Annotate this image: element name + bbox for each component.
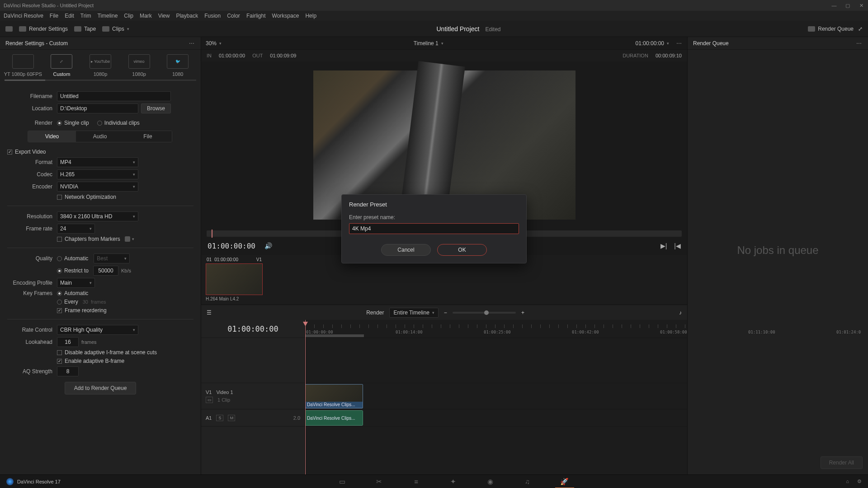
menu-item[interactable]: Help xyxy=(305,13,316,19)
video-track-lane[interactable]: DaVinci Resolve Clips... xyxy=(305,383,687,409)
zoom-in-icon[interactable]: + xyxy=(521,310,524,316)
menu-item[interactable]: Edit xyxy=(65,13,74,19)
close-icon[interactable]: ✕ xyxy=(858,2,864,9)
codec-select[interactable]: H.265▾ xyxy=(57,169,138,179)
individual-clips-radio[interactable] xyxy=(97,121,102,126)
preset-item-vimeo[interactable]: vimeo1080p xyxy=(120,54,159,77)
tab-audio[interactable]: Audio xyxy=(76,131,124,142)
restrict-radio[interactable] xyxy=(57,268,62,273)
fairlight-page-icon[interactable]: ♫ xyxy=(523,478,533,486)
deliver-page-icon[interactable] xyxy=(5,26,13,32)
menu-item[interactable]: Workspace xyxy=(272,13,299,19)
preset-carousel[interactable]: YT 1080p 60FPS ⤢Custom ▸ YouTube1080p vi… xyxy=(0,50,201,77)
color-page-icon[interactable]: ◉ xyxy=(486,478,495,486)
menu-item[interactable]: Fusion xyxy=(204,13,221,19)
frame-reorder-checkbox[interactable] xyxy=(57,308,62,313)
panel-menu-icon[interactable]: ⋯ xyxy=(189,40,195,47)
clips-toggle[interactable]: Clips▾ xyxy=(102,26,129,32)
export-video-checkbox[interactable] xyxy=(7,150,12,155)
zoom-slider[interactable] xyxy=(453,312,516,314)
mute-button[interactable]: M xyxy=(228,415,235,421)
quality-auto-radio[interactable] xyxy=(57,256,62,261)
tape-toggle[interactable]: Tape xyxy=(74,26,96,32)
track-header-v1[interactable]: V1Video 1 ▭1 Clip xyxy=(201,383,305,409)
menu-item[interactable]: Playback xyxy=(176,13,198,19)
maximize-icon[interactable]: ▢ xyxy=(844,2,851,9)
render-range-select[interactable]: Entire Timeline▾ xyxy=(389,308,438,318)
cancel-button[interactable]: Cancel xyxy=(381,244,431,256)
render-all-button[interactable]: Render All xyxy=(821,456,863,469)
menu-item[interactable]: Color xyxy=(227,13,240,19)
audio-clip[interactable]: DaVinci Resolve Clips... xyxy=(305,410,363,426)
zoom-out-icon[interactable]: − xyxy=(444,310,447,316)
timeline-ruler[interactable]: 01:00:00:00 01:00:14:00 01:00:25:00 01:0… xyxy=(305,320,687,338)
ok-button[interactable]: OK xyxy=(437,244,487,256)
audio-track-lane[interactable]: DaVinci Resolve Clips... xyxy=(305,409,687,427)
track-header-a1[interactable]: A1 S M 2.0 xyxy=(201,409,305,427)
preset-item-twitter[interactable]: 🐦1080 xyxy=(158,54,197,77)
volume-icon[interactable]: 🔊 xyxy=(264,242,272,249)
render-settings-toggle[interactable]: Render Settings xyxy=(19,26,68,32)
expand-icon[interactable]: ⤢ xyxy=(858,26,863,32)
cut-page-icon[interactable]: ✂ xyxy=(374,478,384,486)
tab-file[interactable]: File xyxy=(124,131,172,142)
video-clip[interactable]: DaVinci Resolve Clips... xyxy=(305,384,363,408)
render-range-bar[interactable] xyxy=(305,334,364,337)
aq-input[interactable] xyxy=(57,366,79,376)
marker-color-icon[interactable] xyxy=(125,236,130,242)
kf-every-radio[interactable] xyxy=(57,300,62,305)
menu-item[interactable]: View xyxy=(158,13,170,19)
panel-menu-icon[interactable]: ⋯ xyxy=(856,40,863,47)
add-to-queue-button[interactable]: Add to Render Queue xyxy=(65,382,137,394)
last-icon[interactable]: |◀ xyxy=(674,242,681,249)
kf-auto-radio[interactable] xyxy=(57,291,62,296)
preset-scrollbar[interactable] xyxy=(5,80,196,81)
format-select[interactable]: MP4▾ xyxy=(57,157,138,167)
menu-item[interactable]: Timeline xyxy=(97,13,118,19)
timeline-name[interactable]: Timeline 1 xyxy=(414,40,439,47)
single-clip-radio[interactable] xyxy=(57,121,62,126)
settings-icon[interactable]: ⚙ xyxy=(857,479,862,484)
menu-item[interactable]: Trim xyxy=(80,13,91,19)
media-page-icon[interactable]: ▭ xyxy=(337,478,347,486)
browse-button[interactable]: Browse xyxy=(141,103,171,113)
menu-item[interactable]: Mark xyxy=(140,13,152,19)
menu-item[interactable]: Fairlight xyxy=(246,13,266,19)
preset-item[interactable]: YT 1080p 60FPS xyxy=(4,54,42,77)
enable-bframe-checkbox[interactable] xyxy=(57,359,62,364)
edit-page-icon[interactable]: ≡ xyxy=(411,478,421,486)
next-icon[interactable]: ▶| xyxy=(660,242,667,249)
playhead[interactable] xyxy=(305,320,306,474)
viewer-menu-icon[interactable]: ⋯ xyxy=(676,40,683,47)
network-opt-checkbox[interactable] xyxy=(57,195,62,200)
location-input[interactable] xyxy=(57,103,138,113)
fusion-page-icon[interactable]: ✦ xyxy=(448,478,458,486)
timeline-view-icon[interactable]: ☰ xyxy=(207,310,212,316)
encoder-select[interactable]: NVIDIA▾ xyxy=(57,182,138,192)
track-enable-icon[interactable]: ▭ xyxy=(206,397,213,403)
preset-item-youtube[interactable]: ▸ YouTube1080p xyxy=(81,54,120,77)
rate-control-select[interactable]: CBR High Quality▾ xyxy=(57,325,138,335)
solo-button[interactable]: S xyxy=(216,415,223,421)
disable-iframe-checkbox[interactable] xyxy=(57,350,62,355)
framerate-select[interactable]: 24▾ xyxy=(57,224,95,234)
viewer-timecode[interactable]: 01:00:00:00 xyxy=(636,40,664,47)
minimize-icon[interactable]: — xyxy=(831,2,837,9)
chapters-checkbox[interactable] xyxy=(57,237,62,242)
lookahead-input[interactable] xyxy=(57,337,79,347)
timeline-tracks[interactable]: 01:00:00:00 01:00:14:00 01:00:25:00 01:0… xyxy=(305,320,687,474)
chevron-down-icon[interactable]: ▾ xyxy=(132,237,134,241)
bitrate-input[interactable] xyxy=(93,266,118,276)
home-icon[interactable]: ⌂ xyxy=(846,479,849,484)
preset-name-input[interactable] xyxy=(349,223,519,234)
menu-item[interactable]: File xyxy=(50,13,58,19)
zoom-value[interactable]: 30% xyxy=(206,40,217,47)
chevron-down-icon[interactable]: ▾ xyxy=(441,41,443,46)
menu-item[interactable]: Clip xyxy=(124,13,133,19)
filename-input[interactable] xyxy=(57,91,171,101)
menu-item[interactable]: DaVinci Resolve xyxy=(4,13,43,19)
render-queue-toggle[interactable]: Render Queue xyxy=(808,26,854,32)
clip-thumbnail[interactable]: 0101:00:00:00V1 H.264 Main L4.2 xyxy=(206,257,263,301)
deliver-page-icon[interactable]: 🚀 xyxy=(560,478,570,486)
resolution-select[interactable]: 3840 x 2160 Ultra HD▾ xyxy=(57,211,138,221)
